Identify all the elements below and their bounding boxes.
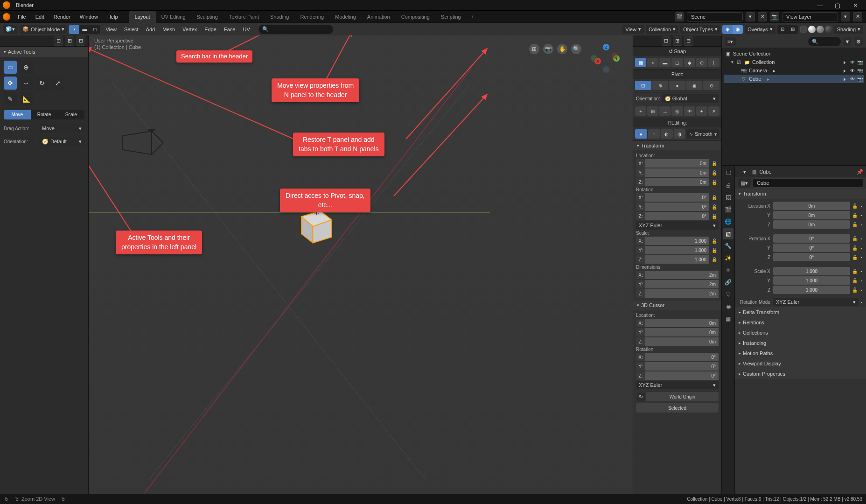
close-button[interactable]: ✕ <box>847 0 863 10</box>
num-field-x[interactable]: X:0°🔓 <box>636 193 719 202</box>
viewlayer-icon[interactable]: 📷 <box>770 12 779 21</box>
tab-material[interactable]: ◉ <box>723 301 733 312</box>
lock-icon[interactable]: 🔓 <box>851 202 859 210</box>
field-value[interactable]: 1.000 <box>773 276 850 285</box>
n-orientation-dropdown[interactable]: 🧭Global▾ <box>662 94 719 103</box>
zoom-icon[interactable]: ⊞ <box>529 44 539 54</box>
shading-dropdown[interactable]: Shading▾ <box>834 25 863 34</box>
menu-window[interactable]: Window <box>75 11 103 23</box>
tab-object[interactable]: ▧ <box>723 228 733 239</box>
anim-dot[interactable]: • <box>859 276 863 285</box>
num-field-x[interactable]: X:0° <box>636 353 719 361</box>
props-section-collections[interactable]: ▸Collections <box>735 328 866 338</box>
num-value[interactable]: 0m <box>645 178 709 186</box>
toggle-xray[interactable]: ⊡ <box>777 25 788 34</box>
tab-constraints[interactable]: 🔗 <box>723 277 733 288</box>
n-cursor-header[interactable]: ▾3D Cursor <box>633 301 721 310</box>
num-field-z[interactable]: Z:0° <box>636 371 719 380</box>
render-toggle[interactable]: 📷 <box>857 67 863 74</box>
tab-particles[interactable]: ✨ <box>723 252 733 264</box>
num-value[interactable]: 0m <box>645 319 719 327</box>
num-value[interactable]: 1.000 <box>645 255 709 264</box>
pivot-active[interactable]: ⊙ <box>703 81 719 90</box>
tool-transform[interactable]: ↔ <box>20 77 33 90</box>
props-transform-header[interactable]: ▾Transform <box>735 189 866 199</box>
disclosure-icon[interactable]: ▾ <box>731 60 733 64</box>
num-value[interactable]: 1.000 <box>645 237 709 245</box>
workspace-tab-texture-paint[interactable]: Texture Paint <box>223 11 265 23</box>
props-section-custom-properties[interactable]: ▸Custom Properties <box>735 369 866 379</box>
num-value[interactable]: 2m <box>645 289 719 298</box>
num-field-x[interactable]: X:0m🔓 <box>636 159 719 168</box>
snap-perp[interactable]: ⊥ <box>708 58 719 67</box>
tool-measure[interactable]: 📐 <box>20 92 33 105</box>
workspace-tab-scripting[interactable]: Scripting <box>435 11 467 23</box>
workspace-tab-shading[interactable]: Shading <box>265 11 294 23</box>
lock-icon[interactable]: 🔓 <box>710 203 719 211</box>
lock-icon[interactable]: 🔓 <box>851 253 859 261</box>
num-value[interactable]: 2m <box>645 271 719 279</box>
pivot-bbox[interactable]: ⊡ <box>635 81 651 90</box>
num-field-z[interactable]: Z:0°🔓 <box>636 212 719 220</box>
anim-dot[interactable]: • <box>859 298 863 306</box>
pe-smooth[interactable]: ∿Smooth▾ <box>686 129 719 139</box>
panel-btn-c[interactable]: ⊟ <box>76 36 85 46</box>
seg-rotate[interactable]: Rotate <box>31 110 58 119</box>
tool-annotate[interactable]: ✎ <box>4 92 17 105</box>
tab-viewlayer[interactable]: 🖼 <box>723 192 733 203</box>
orient-view[interactable]: 👁 <box>684 106 695 116</box>
3d-viewport[interactable]: User Perspective (1) Collection | Cube Z… <box>89 35 633 494</box>
shading-lookdev[interactable] <box>817 26 824 33</box>
props-obj-name[interactable]: Cube <box>759 169 771 175</box>
props-section-motion-paths[interactable]: ▸Motion Paths <box>735 348 866 358</box>
menu-render[interactable]: Render <box>49 11 75 23</box>
n-cursor-rotmode[interactable]: XYZ Euler▾ <box>636 381 719 389</box>
orient-add[interactable]: + <box>696 106 707 116</box>
field-value[interactable]: 0° <box>773 244 850 252</box>
tool-cursor[interactable]: ⊕ <box>20 61 33 74</box>
toggle-b[interactable]: ⊞ <box>788 25 798 34</box>
eye-toggle[interactable]: 👁 <box>849 76 856 82</box>
n-btn-a[interactable]: ⊡ <box>662 36 671 46</box>
props-data-dropdown[interactable]: ▧▾ <box>738 178 751 188</box>
lock-icon[interactable]: 🔓 <box>710 193 719 202</box>
scene-field[interactable]: Scene <box>687 12 743 21</box>
snap-edge[interactable]: ▬ <box>659 58 670 67</box>
workspace-tab-compositing[interactable]: Compositing <box>396 11 435 23</box>
props-section-viewport-display[interactable]: ▸Viewport Display <box>735 358 866 369</box>
num-field-x[interactable]: X:0m <box>636 319 719 327</box>
workspace-tab-animation[interactable]: Animation <box>362 11 396 23</box>
field-value[interactable]: 0m <box>773 211 850 219</box>
perspective-icon[interactable]: 🔍 <box>571 44 581 54</box>
field-value[interactable]: 0m <box>773 202 850 210</box>
orient-gimbal[interactable]: ◎ <box>671 106 683 116</box>
num-value[interactable]: 0° <box>645 371 719 380</box>
view-dropdown[interactable]: View▾ <box>622 25 644 34</box>
lock-icon[interactable]: 🔓 <box>710 255 719 264</box>
orient-remove[interactable]: ✕ <box>708 106 719 116</box>
header-menu-view[interactable]: View <box>102 25 120 34</box>
n-pediting-header[interactable]: P.Editing: <box>633 118 721 127</box>
menu-help[interactable]: Help <box>103 11 123 23</box>
num-value[interactable]: 0° <box>645 212 709 220</box>
tab-modifiers[interactable]: 🔧 <box>723 240 733 252</box>
minimize-button[interactable]: — <box>812 0 828 10</box>
num-value[interactable]: 2m <box>645 280 719 288</box>
outliner-collection[interactable]: ▾ ☑ 📁 Collection ⏵👁📷 <box>724 58 864 66</box>
menu-edit[interactable]: Edit <box>31 11 49 23</box>
axis-z[interactable]: Z <box>603 44 609 50</box>
shading-wireframe[interactable] <box>800 26 807 33</box>
snap-mid[interactable]: ⊙ <box>696 58 707 67</box>
exclude-toggle[interactable]: ⏵ <box>842 67 848 74</box>
eye-toggle[interactable]: 👁 <box>849 59 856 65</box>
lock-icon[interactable]: 🔓 <box>851 267 859 275</box>
camera-data-icon[interactable]: ▸ <box>771 67 777 74</box>
outliner-search[interactable]: 🔍 <box>808 37 841 46</box>
num-field-y[interactable]: Y:2m <box>636 280 719 288</box>
render-toggle[interactable]: 📷 <box>857 76 863 82</box>
anim-dot[interactable]: • <box>859 286 863 294</box>
pe-b[interactable]: ○ <box>648 129 660 139</box>
tab-physics[interactable]: ⚛ <box>723 265 733 276</box>
workspace-tab-rendering[interactable]: Rendering <box>294 11 329 23</box>
num-value[interactable]: 0° <box>645 203 709 211</box>
